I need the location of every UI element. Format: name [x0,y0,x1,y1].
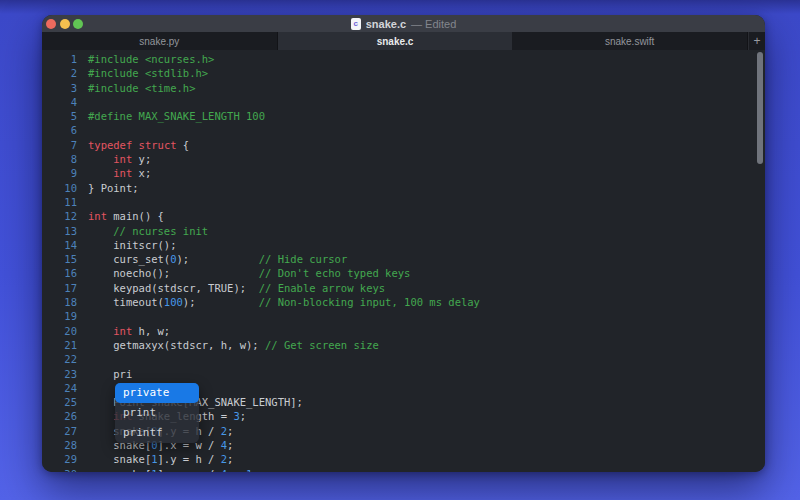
line-number: 23 [42,367,77,381]
code-text [77,123,88,137]
new-tab-button[interactable]: + [748,32,765,50]
code-line: 23 pri [42,367,765,381]
code-text: } Point; [77,181,139,195]
line-number: 5 [42,109,77,123]
line-number: 26 [42,409,77,423]
code-text [77,381,88,395]
line-number: 18 [42,295,77,309]
code-text: keypad(stdscr, TRUE); // Enable arrow ke… [77,281,385,295]
code-text: #include <ncurses.h> [77,52,214,66]
code-line: 17 keypad(stdscr, TRUE); // Enable arrow… [42,281,765,295]
line-number: 24 [42,381,77,395]
line-number: 21 [42,338,77,352]
line-number: 3 [42,81,77,95]
code-line: 19 [42,309,765,323]
code-text: int main() { [77,209,164,223]
code-line: 21 getmaxyx(stdscr, h, w); // Get screen… [42,338,765,352]
code-text: int y; [77,152,151,166]
line-number: 28 [42,438,77,452]
line-number: 7 [42,138,77,152]
code-line: 15 curs_set(0); // Hide cursor [42,252,765,266]
code-text [77,195,88,209]
traffic-lights [42,19,83,29]
line-number: 15 [42,252,77,266]
code-text: typedef struct { [77,138,189,152]
tab-snake.swift[interactable]: snake.swift [512,32,748,50]
line-number: 29 [42,452,77,466]
code-text: int x; [77,166,151,180]
code-line: 6 [42,123,765,137]
code-text: #include <stdlib.h> [77,66,208,80]
code-text: noecho(); // Don't echo typed keys [77,266,410,280]
code-text: timeout(100); // Non-blocking input, 100… [77,295,480,309]
code-line: 29 snake[1].y = h / 2; [42,452,765,466]
line-number: 16 [42,266,77,280]
line-number: 27 [42,424,77,438]
code-line: 30 snake[1].x = w / 4 - 1; [42,467,765,472]
code-line: 9 int x; [42,166,765,180]
line-number: 10 [42,181,77,195]
line-number: 30 [42,467,77,472]
code-line: 22 [42,352,765,366]
line-number: 8 [42,152,77,166]
line-number: 20 [42,324,77,338]
autocomplete-item-private[interactable]: private [115,383,199,403]
tab-bar: snake.pysnake.csnake.swift+ [42,32,765,50]
code-text: curs_set(0); // Hide cursor [77,252,347,266]
code-line: 13 // ncurses init [42,224,765,238]
zoom-button[interactable] [73,19,83,29]
scrollbar-thumb[interactable] [757,52,763,164]
tab-snake.c[interactable]: snake.c [278,32,513,50]
code-line: 4 [42,95,765,109]
code-line: 16 noecho(); // Don't echo typed keys [42,266,765,280]
tab-snake.py[interactable]: snake.py [42,32,278,50]
code-text [77,352,88,366]
code-text: #include <time.h> [77,81,195,95]
code-line: 18 timeout(100); // Non-blocking input, … [42,295,765,309]
code-line: 20 int h, w; [42,324,765,338]
code-text [77,95,88,109]
code-text: pri [77,367,132,381]
code-line: 5#define MAX_SNAKE_LENGTH 100 [42,109,765,123]
line-number: 22 [42,352,77,366]
code-text: #define MAX_SNAKE_LENGTH 100 [77,109,265,123]
editor-window: c snake.c — Edited snake.pysnake.csnake.… [42,15,765,472]
line-number: 25 [42,395,77,409]
line-number: 17 [42,281,77,295]
code-text: initscr(); [77,238,177,252]
code-line: 1#include <ncurses.h> [42,52,765,66]
autocomplete-item-print[interactable]: print [115,403,199,423]
line-number: 11 [42,195,77,209]
code-line: 7typedef struct { [42,138,765,152]
code-line: 12int main() { [42,209,765,223]
autocomplete-popup: privateprintprintf [115,383,199,443]
window-title-edited-status: — Edited [411,18,456,30]
window-title-filename: snake.c [366,18,406,30]
code-text: snake[1].y = h / 2; [77,452,233,466]
code-line: 8 int y; [42,152,765,166]
document-icon: c [351,18,361,30]
line-number: 1 [42,52,77,66]
line-number: 2 [42,66,77,80]
code-text [77,309,88,323]
line-number: 4 [42,95,77,109]
code-line: 2#include <stdlib.h> [42,66,765,80]
code-text: snake[1].x = w / 4 - 1; [77,467,259,472]
code-line: 3#include <time.h> [42,81,765,95]
autocomplete-item-printf[interactable]: printf [115,423,199,443]
close-button[interactable] [46,19,56,29]
line-number: 13 [42,224,77,238]
code-line: 14 initscr(); [42,238,765,252]
line-number: 14 [42,238,77,252]
window-title: c snake.c — Edited [42,15,765,32]
minimize-button[interactable] [60,19,70,29]
desktop: { "window": { "title": "snake.c", "title… [0,0,800,500]
line-number: 19 [42,309,77,323]
code-text: int h, w; [77,324,170,338]
code-text: // ncurses init [77,224,208,238]
code-line: 11 [42,195,765,209]
code-text: getmaxyx(stdscr, h, w); // Get screen si… [77,338,379,352]
title-bar[interactable]: c snake.c — Edited [42,15,765,32]
code-editor[interactable]: 1#include <ncurses.h>2#include <stdlib.h… [42,50,765,472]
line-number: 12 [42,209,77,223]
